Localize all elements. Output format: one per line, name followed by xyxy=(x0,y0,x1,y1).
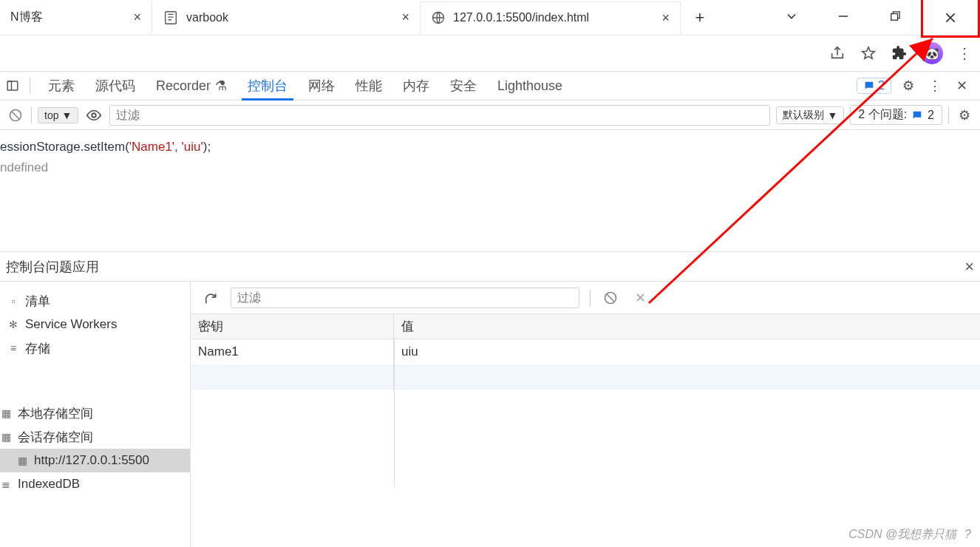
tab-memory[interactable]: 内存 xyxy=(392,72,440,100)
svg-rect-0 xyxy=(166,11,177,24)
tab-security[interactable]: 安全 xyxy=(440,72,487,100)
svg-point-5 xyxy=(92,113,97,118)
close-icon[interactable]: × xyxy=(133,10,141,25)
sidebar-item-origin[interactable]: ▦http://127.0.0.1:5500 xyxy=(0,449,190,472)
svg-rect-3 xyxy=(7,81,18,90)
browser-toolbar: 🐼 ⋮ xyxy=(0,35,980,71)
profile-avatar[interactable]: 🐼 xyxy=(921,42,943,64)
tab-title: varbook xyxy=(186,11,228,24)
application-main: ✕ 密钥 值 Name1 uiu xyxy=(191,282,980,547)
window-close-button[interactable] xyxy=(921,0,980,38)
cell-value: uiu xyxy=(394,339,980,364)
close-icon[interactable]: × xyxy=(964,257,974,276)
sidebar-item-storage[interactable]: ≡存储 xyxy=(0,336,190,360)
browser-tabstrip: N博客 × varbook × 127.0.0.1:5500/index.htm… xyxy=(0,0,980,35)
close-icon[interactable]: ✕ xyxy=(952,76,971,95)
triangle-down-icon: ▼ xyxy=(61,109,72,121)
sidebar-item-sw[interactable]: ✻Service Workers xyxy=(0,313,190,336)
grid-icon: ▦ xyxy=(0,407,12,419)
close-icon[interactable]: × xyxy=(401,10,409,25)
sidebar-item-indexeddb[interactable]: ≣IndexedDB xyxy=(0,472,190,496)
table-row[interactable]: Name1 uiu xyxy=(191,339,980,364)
share-icon[interactable] xyxy=(828,44,847,63)
context-dropdown[interactable]: top ▼ xyxy=(38,107,78,123)
clear-icon[interactable] xyxy=(601,288,620,308)
column-key[interactable]: 密钥 xyxy=(191,314,394,339)
svg-rect-2 xyxy=(891,13,898,20)
log-level-dropdown[interactable]: 默认级别 ▼ xyxy=(776,106,844,124)
console-code-line: essionStorage.setItem('Name1', 'uiu'); xyxy=(0,137,977,157)
maximize-button[interactable] xyxy=(869,0,921,33)
messages-badge[interactable]: 2 xyxy=(857,78,891,94)
tab-performance[interactable]: 性能 xyxy=(345,72,392,100)
console-toolbar: top ▼ 默认级别 ▼ 2 个问题: 2 ⚙ xyxy=(0,101,980,130)
tab-recorder[interactable]: Recorder⚗ xyxy=(146,72,237,100)
console-output: essionStorage.setItem('Name1', 'uiu'); n… xyxy=(0,130,980,252)
book-icon xyxy=(163,10,179,26)
flask-icon: ⚗ xyxy=(215,78,227,94)
tab-title: N博客 xyxy=(10,10,43,25)
issues-indicator[interactable]: 2 个问题: 2 xyxy=(850,105,942,125)
gear-icon[interactable]: ⚙ xyxy=(899,76,918,95)
application-sidebar: ▫清单 ✻Service Workers ≡存储 ▦本地存储空间 ▦会话存储空间… xyxy=(0,282,191,547)
dock-icon[interactable] xyxy=(3,76,22,95)
watermark-text: CSDN @我想养只猫 ? xyxy=(848,527,971,543)
drawer-tab-issues[interactable]: 问题 xyxy=(46,258,72,276)
drawer-tab-application[interactable]: 应用 xyxy=(72,258,99,276)
tab-sources[interactable]: 源代码 xyxy=(85,72,146,100)
console-result-line: ndefined xyxy=(0,158,977,177)
tab-lighthouse[interactable]: Lighthouse xyxy=(487,72,573,100)
tab-blog[interactable]: N博客 × xyxy=(0,1,152,34)
gear-icon: ✻ xyxy=(7,319,19,330)
drawer-tabbar: 控制台 问题 应用 × xyxy=(0,252,980,282)
table-row[interactable] xyxy=(191,364,980,390)
extensions-icon[interactable] xyxy=(890,44,909,63)
chevron-down-icon[interactable] xyxy=(766,0,817,33)
column-value[interactable]: 值 xyxy=(394,314,980,339)
storage-toolbar: ✕ xyxy=(191,282,980,314)
console-filter-input[interactable] xyxy=(109,105,770,126)
database-icon: ≡ xyxy=(7,342,19,354)
drawer-tab-console[interactable]: 控制台 xyxy=(6,258,46,276)
kebab-menu-icon[interactable]: ⋮ xyxy=(925,76,945,95)
minimize-button[interactable] xyxy=(817,0,869,33)
kebab-menu-icon[interactable]: ⋮ xyxy=(955,44,974,63)
sidebar-item-local-storage[interactable]: ▦本地存储空间 xyxy=(0,401,190,425)
window-controls xyxy=(766,0,980,35)
devtools-tabbar: 元素 源代码 Recorder⚗ 控制台 网络 性能 内存 安全 Lightho… xyxy=(0,71,980,101)
refresh-icon[interactable] xyxy=(201,288,220,308)
tab-network[interactable]: 网络 xyxy=(298,72,345,100)
table-header: 密钥 值 xyxy=(191,314,980,339)
delete-icon[interactable]: ✕ xyxy=(630,288,650,308)
star-icon[interactable] xyxy=(859,44,878,63)
storage-filter-input[interactable] xyxy=(231,288,579,308)
globe-icon xyxy=(431,10,446,25)
tab-elements[interactable]: 元素 xyxy=(38,72,85,100)
sidebar-item-session-storage[interactable]: ▦会话存储空间 xyxy=(0,425,190,449)
triangle-down-icon: ▼ xyxy=(827,109,837,121)
tab-localhost[interactable]: 127.0.0.1:5500/index.html × xyxy=(421,1,681,34)
storage-table: 密钥 值 Name1 uiu xyxy=(191,314,980,547)
database-icon: ≣ xyxy=(0,478,12,490)
grid-icon: ▦ xyxy=(16,455,28,466)
tab-title: 127.0.0.1:5500/index.html xyxy=(453,11,589,24)
document-icon: ▫ xyxy=(7,295,19,307)
application-panel: ▫清单 ✻Service Workers ≡存储 ▦本地存储空间 ▦会话存储空间… xyxy=(0,282,980,547)
gear-icon[interactable]: ⚙ xyxy=(955,106,974,125)
eye-icon[interactable] xyxy=(84,106,103,125)
clear-icon[interactable] xyxy=(6,106,25,125)
tab-varbook[interactable]: varbook × xyxy=(152,1,421,34)
tab-console[interactable]: 控制台 xyxy=(237,72,298,100)
close-icon[interactable]: × xyxy=(661,10,670,26)
sidebar-item-manifest[interactable]: ▫清单 xyxy=(0,289,190,313)
cell-key: Name1 xyxy=(191,339,394,364)
grid-icon: ▦ xyxy=(0,431,12,443)
new-tab-button[interactable]: + xyxy=(687,4,713,31)
